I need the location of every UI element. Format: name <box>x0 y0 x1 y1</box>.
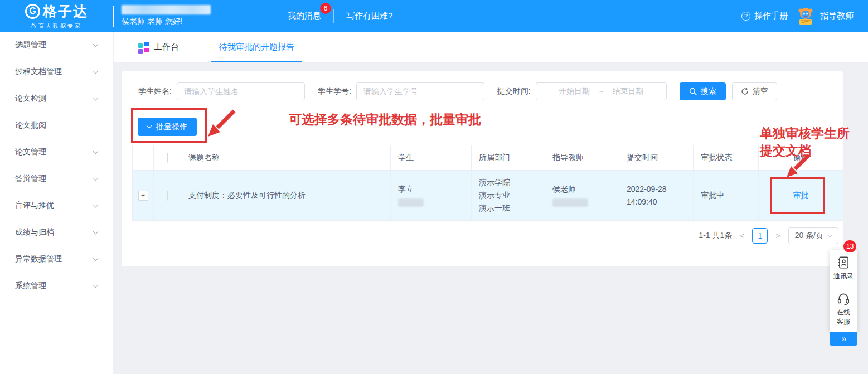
writing-help-link[interactable]: 写作有困难? <box>334 11 405 21</box>
chevron-down-icon <box>93 68 99 74</box>
tab-bar: 工作台 待我审批的开题报告 <box>114 32 868 62</box>
my-messages-link[interactable]: 我的消息 6 <box>275 11 333 21</box>
col-select <box>154 145 181 171</box>
tab-workbench[interactable]: 工作台 <box>138 42 179 52</box>
redacted-student-id <box>398 198 424 207</box>
student-name-input[interactable] <box>177 82 305 100</box>
floating-card: 通讯录 在线 客服 <box>830 250 857 332</box>
filter-bar: 学生姓名: 学生学号: 提交时间: 开始日期 ~ 结束日期 <box>138 82 777 100</box>
table-header-row: 课题名称 学生 所属部门 指导教师 提交时间 审批状态 操作 <box>133 145 843 171</box>
sidebar-item-process-docs[interactable]: 过程文档管理 <box>0 59 113 85</box>
date-range-picker[interactable]: 开始日期 ~ 结束日期 <box>536 82 667 100</box>
tagline-dash-right <box>85 26 94 26</box>
contacts-label: 通讯录 <box>833 271 854 281</box>
online-service-button[interactable]: 在线 客服 <box>836 292 851 332</box>
collapse-widget-button[interactable]: » <box>830 332 857 346</box>
student-no-input[interactable] <box>356 82 484 100</box>
student-name-label: 学生姓名: <box>138 86 172 96</box>
annotation-box-approve <box>770 177 825 214</box>
clear-button-label: 清空 <box>753 86 768 96</box>
brand-tagline: 教育大数据专家 <box>31 22 82 30</box>
clear-button[interactable]: 清空 <box>732 82 777 100</box>
page-number-button[interactable]: 1 <box>752 228 768 244</box>
cell-department: 演示学院 演示专业 演示一班 <box>472 171 545 221</box>
approval-table: 课题名称 学生 所属部门 指导教师 提交时间 审批状态 操作 + 支付制度：必要… <box>132 145 843 221</box>
tab-workbench-label: 工作台 <box>154 42 179 52</box>
student-name: 李立 <box>398 184 464 195</box>
question-circle-icon: ? <box>741 12 750 21</box>
chevron-down-icon <box>93 175 99 181</box>
double-chevron-right-icon: » <box>842 334 846 344</box>
date-separator: ~ <box>599 87 603 96</box>
col-status: 审批状态 <box>694 145 759 171</box>
sidebar-item-topic-management[interactable]: 选题管理 <box>0 32 113 59</box>
search-button[interactable]: 搜索 <box>680 82 726 100</box>
select-all-checkbox[interactable] <box>167 153 168 163</box>
sidebar-item-label: 论文检测 <box>15 94 46 104</box>
messages-count-badge: 6 <box>320 3 331 14</box>
nav-separator <box>405 9 405 23</box>
annotation-text-single-line1: 单独审核学生所 <box>760 125 850 142</box>
headset-icon <box>836 292 851 306</box>
content-panel: 学生姓名: 学生学号: 提交时间: 开始日期 ~ 结束日期 <box>122 71 843 266</box>
sidebar-item-thesis-check[interactable]: 论文检测 <box>0 85 113 112</box>
chevron-down-icon <box>93 41 99 47</box>
redacted-advisor-id <box>552 198 588 207</box>
address-book-icon <box>836 255 851 270</box>
cell-student: 李立 <box>391 171 472 221</box>
role-label: 指导教师 <box>820 11 854 21</box>
chevron-down-icon <box>93 255 99 261</box>
col-advisor: 指导教师 <box>545 145 619 171</box>
annotation-arrow-single <box>780 153 814 181</box>
col-student: 学生 <box>391 145 472 171</box>
advisor-name: 侯老师 <box>552 184 612 195</box>
annotation-text-batch: 可选择多条待审批数据，批量审批 <box>289 111 481 128</box>
mascot-icon <box>796 6 816 26</box>
page-size-select[interactable]: 20 条/页 <box>788 227 838 244</box>
chevron-down-icon <box>93 202 99 207</box>
brand-name: 格子达 <box>43 2 88 21</box>
chevron-down-icon <box>828 232 832 237</box>
sidebar-item-label: 系统管理 <box>15 281 46 291</box>
sidebar-item-thesis-review[interactable]: 论文批阅 <box>0 112 113 139</box>
sidebar-item-blind-review[interactable]: 盲评与推优 <box>0 192 113 219</box>
sidebar-item-label: 论文管理 <box>15 147 46 157</box>
prev-page-button[interactable]: < <box>739 231 745 240</box>
row-expand-button[interactable]: + <box>138 191 148 201</box>
manual-label: 操作手册 <box>754 11 788 21</box>
submit-time-filter: 提交时间: 开始日期 ~ 结束日期 <box>497 82 667 100</box>
date-start-placeholder: 开始日期 <box>559 86 590 96</box>
user-greeting: 侯老师 老师 您好! <box>122 17 211 27</box>
row-checkbox[interactable] <box>167 191 168 201</box>
header-nav: 我的消息 6 写作有困难? <box>275 9 405 23</box>
department-college: 演示学院 <box>479 176 537 189</box>
sidebar-item-abnormal-data[interactable]: 异常数据管理 <box>0 246 113 273</box>
col-topic: 课题名称 <box>181 145 391 171</box>
tab-pending-proposal-reports[interactable]: 待我审批的开题报告 <box>211 32 302 62</box>
sidebar-item-defense-management[interactable]: 答辩管理 <box>0 166 113 192</box>
sidebar: 选题管理 过程文档管理 论文检测 论文批阅 论文管理 答辩管理 盲评与推优 成绩… <box>0 32 113 374</box>
role-menu[interactable]: 指导教师 <box>796 6 854 26</box>
cell-topic: 支付制度：必要性及可行性的分析 <box>181 171 391 221</box>
next-page-button[interactable]: > <box>774 231 781 240</box>
cell-advisor: 侯老师 <box>545 171 619 221</box>
online-service-label-line2: 客服 <box>837 317 850 327</box>
sidebar-item-system-management[interactable]: 系统管理 <box>0 273 113 299</box>
sidebar-item-thesis-management[interactable]: 论文管理 <box>0 139 113 166</box>
cell-submit-time: 2022-09-28 14:09:40 <box>619 171 694 221</box>
manual-link[interactable]: ? 操作手册 <box>741 11 788 21</box>
online-service-label-line1: 在线 <box>837 308 850 317</box>
sidebar-item-grades-archive[interactable]: 成绩与归档 <box>0 219 113 246</box>
sidebar-item-label: 盲评与推优 <box>15 201 54 211</box>
department-class: 演示一班 <box>479 202 537 215</box>
pagination-total: 1-1 共1条 <box>699 231 732 241</box>
brand-logo: G 格子达 教育大数据专家 <box>0 2 113 30</box>
col-expand <box>133 145 154 171</box>
chevron-down-icon <box>93 148 99 154</box>
annotation-box-batch <box>131 108 207 143</box>
department-major: 演示专业 <box>479 189 537 202</box>
student-no-label: 学生学号: <box>318 86 351 96</box>
tagline-dash-left <box>19 26 28 26</box>
submit-time-label: 提交时间: <box>497 86 531 96</box>
contacts-button[interactable]: 通讯录 <box>833 255 854 281</box>
